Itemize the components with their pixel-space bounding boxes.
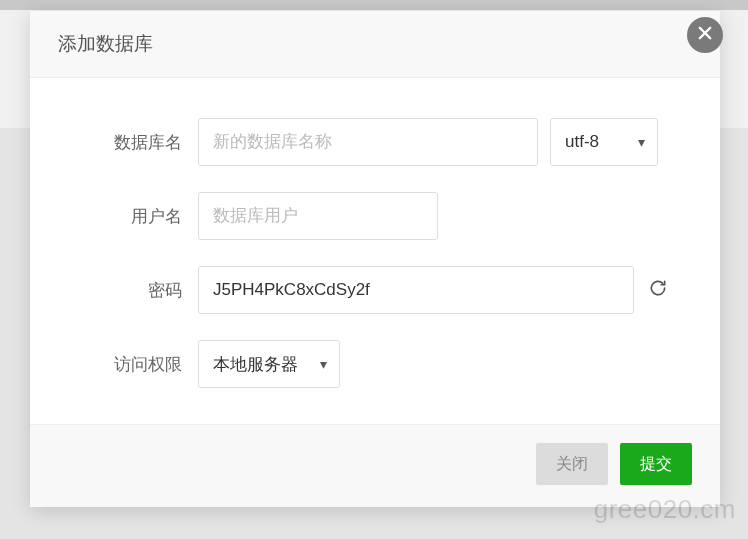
submit-button[interactable]: 提交 <box>620 443 692 485</box>
username-input[interactable] <box>198 192 438 240</box>
add-database-dialog: 添加数据库 数据库名 utf-8 用户名 密码 <box>30 11 720 507</box>
row-access: 访问权限 本地服务器 <box>60 340 690 388</box>
database-name-input[interactable] <box>198 118 538 166</box>
dialog-header: 添加数据库 <box>30 11 720 78</box>
row-password: 密码 <box>60 266 690 314</box>
access-selected-value: 本地服务器 <box>213 353 298 376</box>
row-username: 用户名 <box>60 192 690 240</box>
row-database-name: 数据库名 utf-8 <box>60 118 690 166</box>
refresh-icon <box>648 278 668 302</box>
label-access: 访问权限 <box>60 353 198 376</box>
access-select[interactable]: 本地服务器 <box>198 340 340 388</box>
dialog-footer: 关闭 提交 <box>30 424 720 507</box>
close-button[interactable] <box>687 17 723 53</box>
dialog-title: 添加数据库 <box>58 31 692 57</box>
controls-password <box>198 266 690 314</box>
controls-database-name: utf-8 <box>198 118 690 166</box>
label-username: 用户名 <box>60 205 198 228</box>
cancel-button[interactable]: 关闭 <box>536 443 608 485</box>
close-icon <box>696 24 714 46</box>
window-top-bar <box>0 0 748 10</box>
controls-access: 本地服务器 <box>198 340 690 388</box>
label-database-name: 数据库名 <box>60 131 198 154</box>
password-input[interactable] <box>198 266 634 314</box>
label-password: 密码 <box>60 279 198 302</box>
regenerate-password-button[interactable] <box>646 278 670 302</box>
dialog-body: 数据库名 utf-8 用户名 密码 <box>30 78 720 424</box>
controls-username <box>198 192 690 240</box>
encoding-selected-value: utf-8 <box>565 132 599 152</box>
encoding-select[interactable]: utf-8 <box>550 118 658 166</box>
